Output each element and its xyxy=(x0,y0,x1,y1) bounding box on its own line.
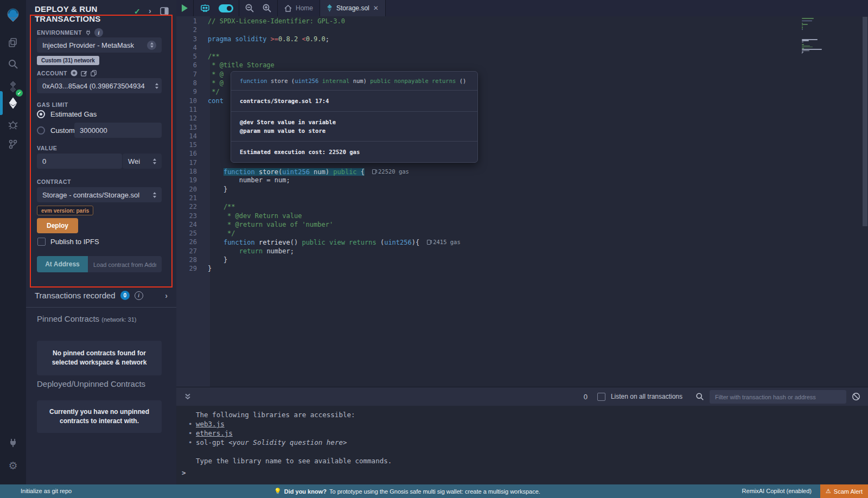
gas-annotation: 2415 gas xyxy=(427,238,461,246)
code-line: 18 function store(uint256 num) public {2… xyxy=(176,167,868,176)
at-address-input[interactable] xyxy=(88,256,162,272)
expand-panel-icon[interactable]: › xyxy=(149,7,151,15)
page-title: DEPLOY & RUN TRANSACTIONS xyxy=(35,4,127,24)
estimated-gas-option[interactable]: Estimated Gas xyxy=(37,110,97,118)
at-address-button[interactable]: At Address xyxy=(37,256,88,272)
custom-gas-radio[interactable] xyxy=(37,126,45,135)
terminal-line: Type the library name to see available c… xyxy=(176,456,868,465)
block-transactions-icon[interactable] xyxy=(852,392,860,401)
line-number: 3 xyxy=(176,35,203,43)
value-unit-select[interactable]: Wei xyxy=(123,154,162,169)
tab-storage-sol[interactable]: Storage.sol ✕ xyxy=(320,0,386,16)
gas-pump-icon xyxy=(427,240,431,245)
listen-checkbox[interactable] xyxy=(597,393,605,401)
chevron-updown-icon xyxy=(153,158,156,164)
transactions-info-icon[interactable]: i xyxy=(135,291,143,300)
account-select[interactable]: 0xA03...85ac4 (0.398673504934 xyxy=(37,78,162,93)
edit-account-icon[interactable] xyxy=(81,70,87,76)
network-badge: Custom (31) network xyxy=(37,56,99,65)
lightbulb-icon: 💡 xyxy=(274,488,282,495)
transactions-expand-icon[interactable]: › xyxy=(165,291,168,300)
filter-input[interactable] xyxy=(710,390,846,404)
scam-alert-button[interactable]: ⚠ Scam Alert xyxy=(820,484,868,498)
line-number: 19 xyxy=(176,176,203,184)
terminal-output[interactable]: The following libraries are accessible:•… xyxy=(176,406,868,484)
tooltip-doc: @dev Store value in variable@param num v… xyxy=(231,111,477,141)
code-line: 2 xyxy=(176,25,868,34)
code-line: 26 function retrieve() public view retur… xyxy=(176,238,868,246)
deploy-run-icon[interactable] xyxy=(0,92,26,114)
terminal-link[interactable]: ethers.js xyxy=(196,429,233,437)
ai-robot-icon[interactable] xyxy=(199,3,211,14)
git-init-label[interactable]: Initialize as git repo xyxy=(21,488,72,494)
value-input[interactable] xyxy=(37,154,122,169)
gas-custom-input[interactable] xyxy=(74,123,162,138)
zoom-out-icon[interactable] xyxy=(245,3,254,13)
file-explorer-icon[interactable] xyxy=(0,31,26,53)
terminal-prompt[interactable]: > xyxy=(182,469,186,477)
terminal-search-icon[interactable] xyxy=(695,392,704,401)
estimated-gas-radio[interactable] xyxy=(37,110,45,118)
terminal-link[interactable]: web3.js xyxy=(196,420,225,428)
line-number: 20 xyxy=(176,185,203,194)
tab-home[interactable]: Home xyxy=(278,0,320,16)
line-number: 6 xyxy=(176,61,203,69)
code-line: 23 * @dev Return value xyxy=(176,212,868,220)
line-number: 23 xyxy=(176,212,203,220)
code-line: 21 xyxy=(176,194,868,202)
copilot-status[interactable]: RemixAI Copilot (enabled) xyxy=(742,488,812,494)
terminal-line xyxy=(176,447,868,456)
minimap[interactable] xyxy=(802,18,835,54)
publish-ipfs-checkbox[interactable] xyxy=(37,238,46,246)
gas-limit-label: GAS LIMIT xyxy=(37,101,68,108)
copy-account-icon[interactable] xyxy=(91,70,97,76)
line-number: 29 xyxy=(176,264,203,273)
plugin-manager-icon[interactable] xyxy=(0,432,26,454)
deploy-button[interactable]: Deploy xyxy=(37,218,78,233)
run-script-icon[interactable] xyxy=(182,4,188,12)
home-icon xyxy=(284,5,292,12)
icon-bar: ✓ ⚙ xyxy=(0,0,26,484)
plug-icon[interactable] xyxy=(85,29,91,36)
pinned-empty-message: No pinned contracts found for selected w… xyxy=(37,341,162,375)
line-number: 11 xyxy=(176,105,203,114)
line-number: 21 xyxy=(176,194,203,202)
debugger-icon[interactable] xyxy=(0,114,26,136)
editor-scrollbar[interactable] xyxy=(863,17,867,226)
contract-select[interactable]: Storage - contracts/Storage.sol xyxy=(37,187,162,202)
terminal-header: 0 Listen on all transactions xyxy=(176,387,868,406)
gas-pump-icon xyxy=(372,169,376,174)
zoom-in-icon[interactable] xyxy=(262,3,272,13)
panel-toggle-icon[interactable] xyxy=(160,7,169,15)
add-account-icon[interactable] xyxy=(71,69,78,76)
tooltip-gas-cost: Estimated execution cost: 22520 gas xyxy=(231,141,477,162)
evm-version-badge: evm version: paris xyxy=(37,206,93,215)
custom-gas-option[interactable]: Custom xyxy=(37,126,75,135)
copilot-toggle[interactable] xyxy=(219,4,233,12)
code-line: 25 */ xyxy=(176,229,868,238)
zoom-section xyxy=(239,0,278,16)
search-icon[interactable] xyxy=(0,53,26,75)
environment-label: ENVIRONMENT i xyxy=(37,28,103,37)
line-number: 12 xyxy=(176,114,203,123)
terminal-collapse-icon[interactable] xyxy=(184,393,192,400)
line-number: 17 xyxy=(176,158,203,167)
code-line: 5/** xyxy=(176,52,868,61)
line-number: 10 xyxy=(176,97,203,105)
line-number: 28 xyxy=(176,256,203,264)
code-line: 3pragma solidity >=0.8.2 <0.9.0; xyxy=(176,35,868,43)
environment-info-icon[interactable]: i xyxy=(94,28,103,37)
close-tab-icon[interactable]: ✕ xyxy=(373,4,379,12)
line-number: 15 xyxy=(176,141,203,149)
environment-select[interactable]: Injected Provider - MetaMask xyxy=(37,37,162,53)
code-line: 4 xyxy=(176,43,868,52)
tooltip-signature: function store (uint256 internal num) pu… xyxy=(231,72,477,90)
line-number: 2 xyxy=(176,25,203,34)
remix-logo-icon[interactable] xyxy=(0,3,26,27)
ai-section xyxy=(194,0,239,16)
git-icon[interactable] xyxy=(0,133,26,155)
code-line: 28 } xyxy=(176,256,868,264)
terminal-lines: The following libraries are accessible:•… xyxy=(176,410,868,465)
settings-icon[interactable]: ⚙ xyxy=(0,455,26,476)
publish-ipfs-row[interactable]: Publish to IPFS xyxy=(37,238,99,246)
